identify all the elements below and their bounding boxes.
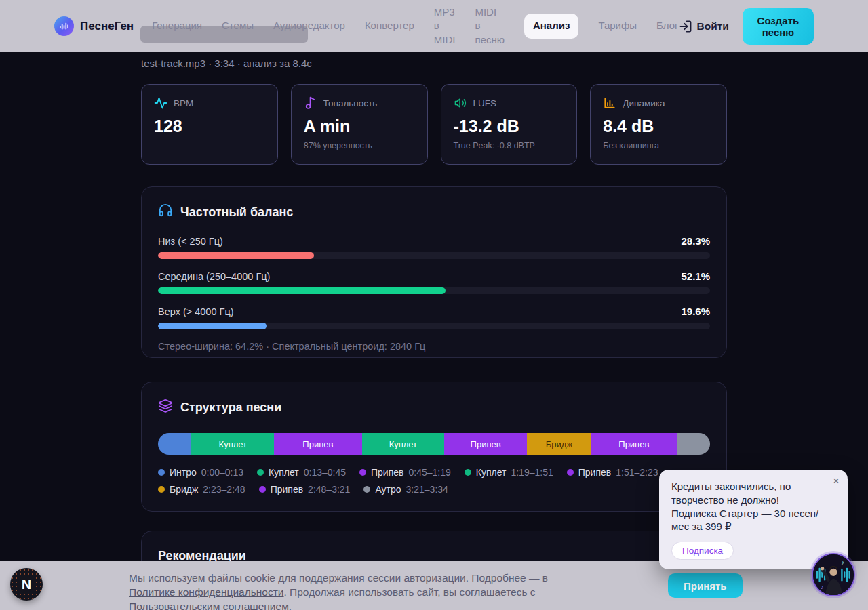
nav-link[interactable]: Тарифы xyxy=(598,19,637,33)
band-progress-track xyxy=(158,287,710,294)
legend-range: 0:13–0:45 xyxy=(304,467,346,478)
assistant-avatar[interactable]: ♪ ♪ xyxy=(812,553,855,596)
stat-label: BPM xyxy=(174,98,193,108)
band-progress-track xyxy=(158,323,710,329)
bar-chart-icon xyxy=(603,96,616,110)
frequency-balance-title-text: Частотный баланс xyxy=(180,205,293,220)
create-song-button[interactable]: Создать песню xyxy=(743,8,814,45)
stat-value: -13.2 dB xyxy=(454,117,565,136)
legend-range: 3:21–3:34 xyxy=(406,484,448,495)
terms-link[interactable]: Пользовательским соглашением xyxy=(129,601,289,610)
logo-waveform-icon xyxy=(54,16,74,36)
legend-item: Аутро3:21–3:34 xyxy=(363,484,448,495)
avatar-image: ♪ ♪ xyxy=(813,554,854,595)
stat-value: A min xyxy=(304,117,415,136)
volume-icon xyxy=(454,96,467,110)
legend-item: Припев0:45–1:19 xyxy=(359,467,451,478)
legend-item: Куплет1:19–1:51 xyxy=(465,467,553,478)
segment-label: Припев xyxy=(302,439,333,449)
structure-segment[interactable]: Припев xyxy=(591,433,677,455)
stat-sub: Без клиппинга xyxy=(603,141,714,150)
legend-dot-icon xyxy=(363,486,370,493)
legend-item: Куплет0:13–0:45 xyxy=(257,467,346,478)
legend-name: Припев xyxy=(578,467,611,478)
legend-name: Аутро xyxy=(375,484,401,495)
band-value: 28.3% xyxy=(681,235,710,247)
legend-dot-icon xyxy=(567,469,574,476)
structure-segment[interactable] xyxy=(677,433,710,455)
legend-range: 0:45–1:19 xyxy=(409,467,451,478)
structure-segment[interactable]: Припев xyxy=(274,433,361,455)
legend-dot-icon xyxy=(257,469,264,476)
band-progress-track xyxy=(158,252,710,259)
band-progress-fill xyxy=(158,323,267,329)
svg-text:♪: ♪ xyxy=(821,584,823,590)
toast-message: Кредиты закончились, но творчество не до… xyxy=(671,480,835,533)
activity-icon xyxy=(154,96,167,110)
band-progress-fill xyxy=(158,252,314,259)
cookie-text-before: Мы используем файлы cookie для поддержан… xyxy=(129,572,548,584)
legend-range: 0:00–0:13 xyxy=(201,467,243,478)
headphones-icon xyxy=(158,203,173,222)
cookie-text-middle: . Продолжая использовать сайт, вы соглаш… xyxy=(284,586,536,598)
toast-close-icon[interactable]: × xyxy=(833,475,840,487)
legend-name: Куплет xyxy=(269,467,299,478)
legend-item: Припев2:48–3:21 xyxy=(259,484,351,495)
svg-text:♪: ♪ xyxy=(841,559,844,566)
legend-range: 2:48–3:21 xyxy=(308,484,350,495)
stat-card: BPM128 xyxy=(141,84,278,165)
cookie-text-after: . xyxy=(289,601,292,610)
nav-link[interactable]: Аудиоредактор xyxy=(273,19,345,33)
cookie-accept-button[interactable]: Принять xyxy=(668,573,743,598)
n-widget-button[interactable]: N xyxy=(10,568,43,601)
structure-segment[interactable]: Припев xyxy=(444,433,527,455)
structure-timeline: КуплетПрипевКуплетПрипевБриджПрипев xyxy=(158,433,710,455)
stat-card: ТональностьA min87% уверенность xyxy=(291,84,428,165)
segment-label: Куплет xyxy=(389,439,417,449)
nav-link[interactable]: Конвертер xyxy=(365,19,414,33)
stat-label: Тональность xyxy=(323,98,378,108)
structure-segment[interactable]: Куплет xyxy=(362,433,445,455)
segment-label: Припев xyxy=(618,439,649,449)
nav-link[interactable]: Генерация xyxy=(152,19,202,33)
brand[interactable]: ПеснеГен xyxy=(54,16,134,36)
nav-link[interactable]: MIDI в песню xyxy=(475,5,505,47)
segment-label: Бридж xyxy=(546,439,572,449)
segment-label: Куплет xyxy=(219,439,247,449)
stat-card: Динамика8.4 dBБез клиппинга xyxy=(590,84,727,165)
band-label: Низ (< 250 Гц) xyxy=(158,236,223,247)
navbar: ПеснеГен ГенерацияСтемыАудиоредакторКонв… xyxy=(0,0,868,52)
stat-value: 8.4 dB xyxy=(603,117,714,136)
login-button[interactable]: Войти xyxy=(679,20,729,33)
structure-segment[interactable] xyxy=(158,433,191,455)
subscription-toast: × Кредиты закончились, но творчество не … xyxy=(659,470,848,569)
legend-name: Интро xyxy=(170,467,197,478)
legend-item: Бридж2:23–2:48 xyxy=(158,484,245,495)
band-label: Верх (> 4000 Гц) xyxy=(158,306,234,317)
legend-dot-icon xyxy=(158,469,165,476)
legend-range: 2:23–2:48 xyxy=(203,484,245,495)
structure-segment[interactable]: Куплет xyxy=(191,433,274,455)
song-structure-title-text: Структура песни xyxy=(180,401,281,415)
structure-segment[interactable]: Бридж xyxy=(527,433,591,455)
stat-label: Динамика xyxy=(623,98,665,108)
track-info: test-track.mp3 · 3:34 · анализ за 8.4с xyxy=(141,58,312,69)
song-structure-card: Структура песни КуплетПрипевКуплетПрипев… xyxy=(141,382,727,512)
stat-value: 128 xyxy=(154,117,265,136)
legend-name: Припев xyxy=(271,484,303,495)
legend-item: Припев1:51–2:23 xyxy=(567,467,658,478)
nav-tab-active[interactable]: Анализ xyxy=(524,14,578,38)
structure-legend: Интро0:00–0:13Куплет0:13–0:45Припев0:45–… xyxy=(158,467,710,495)
stat-label: LUFS xyxy=(473,98,497,108)
legend-name: Припев xyxy=(371,467,403,478)
nav-link[interactable]: Стемы xyxy=(222,19,254,33)
toast-subscription-button[interactable]: Подписка xyxy=(671,542,734,560)
legend-dot-icon xyxy=(259,486,266,493)
band-label: Середина (250–4000 Гц) xyxy=(158,271,270,282)
nav-link[interactable]: MP3 в MIDI xyxy=(434,5,456,47)
legend-name: Куплет xyxy=(476,467,507,478)
legend-dot-icon xyxy=(359,469,366,476)
nav-link[interactable]: Блог xyxy=(656,19,678,33)
privacy-policy-link[interactable]: Политике конфиденциальности xyxy=(129,586,284,598)
stats-row: BPM128ТональностьA min87% уверенностьLUF… xyxy=(141,84,727,165)
